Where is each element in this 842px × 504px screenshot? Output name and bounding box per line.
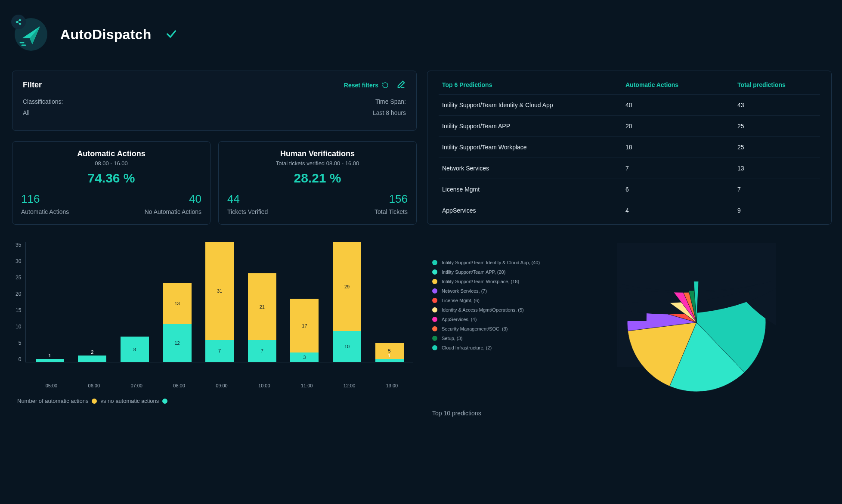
table-row: Intility Support/Team Identity & Cloud A… <box>439 95 820 116</box>
predictions-table: Top 6 PredictionsAutomatic ActionsTotal … <box>439 75 820 221</box>
legend-item: Security Management/SOC, (3) <box>432 326 561 331</box>
check-icon <box>165 28 177 41</box>
kpi-title: Automatic Actions <box>21 149 201 158</box>
kpi-value: 44 <box>227 192 318 206</box>
legend-item: Setup, (3) <box>432 336 561 341</box>
legend-item: Intility Support/Team APP, (20) <box>432 269 561 275</box>
bar-column: 317 <box>205 242 234 362</box>
svg-text:2: 2 <box>617 243 776 402</box>
bar-column: 1 <box>36 242 64 362</box>
kpi-label: Automatic Actions <box>21 208 111 215</box>
classifications-value: All <box>23 109 63 116</box>
kpi-automatic-actions: Automatic Actions 08.00 - 16.00 74.36 % … <box>12 141 210 225</box>
legend-swatch <box>432 288 437 294</box>
svg-line-4 <box>17 22 19 24</box>
edit-filters-button[interactable] <box>396 80 406 90</box>
legend-swatch <box>432 336 437 341</box>
filter-title: Filter <box>23 80 42 90</box>
timespan-value: Last 8 hours <box>373 109 406 116</box>
edit-icon <box>396 80 406 89</box>
kpi-value: 40 <box>111 192 202 206</box>
kpi-title: Human Verifications <box>227 149 408 158</box>
table-row: Network Services713 <box>439 158 820 179</box>
kpi-subtitle: Total tickets verified 08.00 - 16.00 <box>227 160 408 167</box>
bar-chart-card: 35302520151050 1281312317217173291051 05… <box>12 235 417 421</box>
table-header: Top 6 Predictions <box>439 75 622 95</box>
x-axis: 05:0006:0007:0008:0009:0010:0011:0012:00… <box>15 383 413 388</box>
table-header: Automatic Actions <box>622 75 734 95</box>
legend-item: Intility Support/Team Identity & Cloud A… <box>432 260 561 265</box>
pie-chart: 4020187654332 <box>617 243 776 402</box>
page-title: AutoDispatch <box>60 27 152 43</box>
table-row: Intility Support/Team APP2025 <box>439 116 820 137</box>
bar-column: 8 <box>121 242 149 362</box>
kpi-label: No Automatic Actions <box>111 208 202 215</box>
svg-point-0 <box>19 19 21 21</box>
legend-swatch <box>432 269 437 275</box>
timespan-label: Time Span: <box>373 98 406 105</box>
svg-point-1 <box>16 21 17 22</box>
kpi-human-verifications: Human Verifications Total tickets verifi… <box>218 141 417 225</box>
app-logo <box>12 15 50 53</box>
legend-swatch <box>432 345 437 350</box>
predictions-table-card: Top 6 PredictionsAutomatic ActionsTotal … <box>427 71 832 225</box>
reset-filters-button[interactable]: Reset filters <box>344 82 389 89</box>
kpi-subtitle: 08.00 - 16.00 <box>21 160 201 167</box>
bar-column: 1312 <box>163 242 192 362</box>
bar-column: 51 <box>375 242 404 362</box>
legend-item: Intility Support/Team Workplace, (18) <box>432 279 561 284</box>
bar-chart-legend: Number of automatic actions vs no automa… <box>15 398 413 404</box>
page-header: AutoDispatch <box>12 9 830 59</box>
legend-item: License Mgmt, (6) <box>432 298 561 303</box>
reset-icon <box>382 82 389 89</box>
legend-item: Identity & Access Mgmt/Operations, (5) <box>432 307 561 312</box>
svg-line-3 <box>17 20 19 22</box>
legend-swatch <box>432 317 437 322</box>
legend-swatch <box>432 326 437 331</box>
kpi-label: Tickets Verified <box>227 208 318 215</box>
kpi-value: 156 <box>318 192 408 206</box>
kpi-value: 116 <box>21 192 111 206</box>
classifications-label: Classifications: <box>23 98 63 105</box>
table-row: License Mgmt67 <box>439 179 820 200</box>
legend-item: Cloud Infrastructure, (2) <box>432 345 561 350</box>
table-row: Intility Support/Team Workplace1825 <box>439 137 820 158</box>
kpi-percent: 74.36 % <box>21 171 201 186</box>
pie-caption: Top 10 predictions <box>432 410 827 417</box>
bar-column: 173 <box>290 242 319 362</box>
legend-swatch-teal <box>162 399 167 404</box>
pie-legend: Intility Support/Team Identity & Cloud A… <box>432 243 561 402</box>
legend-swatch <box>432 307 437 312</box>
legend-swatch-yellow <box>92 399 97 404</box>
bar-column: 2 <box>78 242 106 362</box>
legend-swatch <box>432 279 437 284</box>
legend-swatch <box>432 260 437 265</box>
bar-column: 2910 <box>333 242 361 362</box>
bar-column: 217 <box>248 242 276 362</box>
table-header: Total predictions <box>734 75 820 95</box>
pie-chart-card: Intility Support/Team Identity & Cloud A… <box>427 235 832 421</box>
svg-point-2 <box>19 23 21 25</box>
filter-panel: Filter Reset filters Classifications: <box>12 71 417 131</box>
kpi-percent: 28.21 % <box>227 171 408 186</box>
bar-plot: 1281312317217173291051 <box>25 242 413 362</box>
legend-item: Network Services, (7) <box>432 288 561 294</box>
y-axis: 35302520151050 <box>15 242 25 362</box>
legend-swatch <box>432 298 437 303</box>
table-row: AppServices49 <box>439 200 820 221</box>
kpi-label: Total Tickets <box>318 208 408 215</box>
share-icon[interactable] <box>11 15 26 29</box>
legend-item: AppServices, (4) <box>432 317 561 322</box>
